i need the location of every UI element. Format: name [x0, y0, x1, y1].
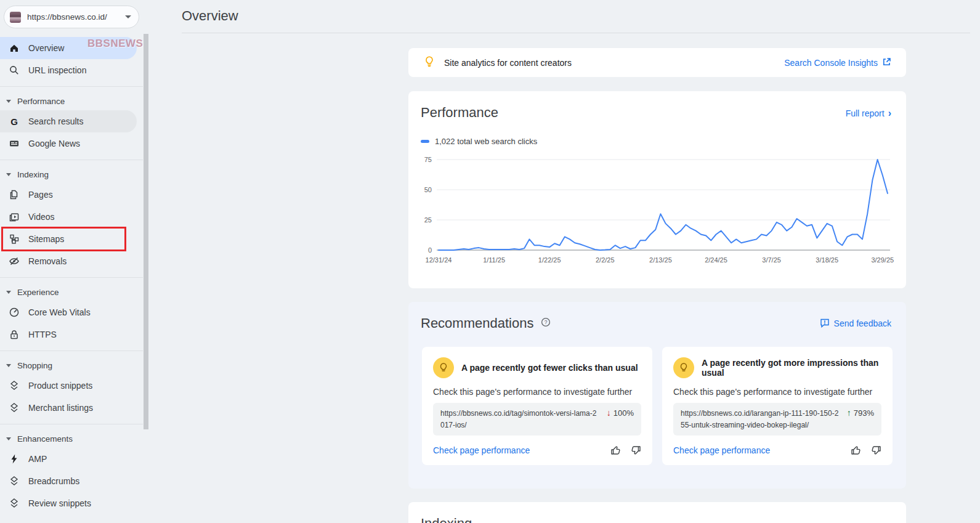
google-g-icon: G	[9, 116, 20, 127]
lock-icon	[9, 329, 20, 340]
recommendation-card-fewer-clicks: A page recently got fewer clicks than us…	[422, 347, 652, 465]
clicks-chart: 025507512/31/241/11/251/22/252/2/252/13/…	[421, 151, 894, 270]
performance-title: Performance	[421, 105, 894, 121]
rich-result-icon	[9, 498, 20, 509]
search-console-overview-page: https://bbsnews.co.id/ BBSNEWS Overview …	[0, 0, 980, 523]
send-feedback-link[interactable]: Send feedback	[820, 318, 891, 330]
help-icon[interactable]: ?	[541, 317, 551, 330]
sidebar-item-label: Review snippets	[28, 498, 91, 508]
sidebar-section-experience[interactable]: Experience	[0, 283, 143, 301]
page-url-chip[interactable]: https://bbsnews.co.id/larangan-ip-111-19…	[673, 403, 881, 436]
sidebar-section-indexing[interactable]: Indexing	[0, 165, 143, 184]
page-url-chip[interactable]: https://bbsnews.co.id/tag/simontok-versi…	[433, 403, 641, 436]
svg-text:3/29/25: 3/29/25	[871, 256, 894, 264]
sidebar-item-url-inspection[interactable]: URL inspection	[0, 59, 137, 81]
rich-result-icon	[9, 476, 20, 487]
news-icon	[9, 138, 20, 149]
svg-text:?: ?	[545, 319, 548, 325]
legend-swatch	[421, 140, 429, 143]
sidebar-item-label: Product snippets	[28, 381, 92, 391]
sidebar-section-performance[interactable]: Performance	[0, 92, 143, 110]
feedback-icon	[820, 318, 830, 330]
lightbulb-icon	[433, 357, 454, 378]
svg-text:75: 75	[424, 156, 432, 163]
divider	[0, 160, 143, 160]
rich-result-icon	[9, 380, 20, 391]
sidebar-item-label: Overview	[28, 43, 64, 53]
sidebar-item-google-news[interactable]: Google News	[0, 132, 137, 155]
home-icon	[9, 43, 20, 54]
thumbs-down-icon[interactable]	[630, 445, 641, 456]
divider	[0, 424, 143, 424]
property-url: https://bbsnews.co.id/	[27, 12, 121, 22]
divider	[0, 86, 143, 87]
performance-card: Performance Full report › 1,022 total we…	[408, 91, 906, 288]
chart-legend: 1,022 total web search clicks	[421, 137, 894, 146]
lightbulb-icon	[673, 357, 694, 378]
sidebar-nav: Overview URL inspection Performance G Se…	[0, 37, 143, 514]
sidebar-item-label: HTTPS	[28, 330, 57, 339]
search-console-insights-link[interactable]: Search Console Insights	[784, 57, 891, 68]
svg-text:0: 0	[428, 246, 432, 254]
page-url: https://bbsnews.co.id/larangan-ip-111-19…	[681, 408, 840, 431]
sidebar-item-videos[interactable]: Videos	[0, 206, 137, 228]
header-divider	[182, 33, 970, 33]
recommendation-card-more-impressions: A page recently got more impressions tha…	[662, 347, 893, 465]
rich-result-icon	[9, 402, 20, 413]
sidebar-item-label: AMP	[28, 454, 47, 464]
recommendations-card: Recommendations ? Send feedback A page r…	[408, 302, 906, 489]
sidebar-item-amp[interactable]: AMP	[0, 448, 137, 470]
svg-text:1/11/25: 1/11/25	[483, 256, 505, 264]
sidebar-item-removals[interactable]: Removals	[0, 250, 137, 272]
recommendation-subtitle: Check this page's performance to investi…	[673, 387, 881, 397]
svg-text:2/2/25: 2/2/25	[596, 256, 615, 264]
recommendation-subtitle: Check this page's performance to investi…	[433, 387, 641, 397]
videos-icon	[9, 211, 20, 222]
indexing-title: Indexing	[421, 516, 894, 523]
check-page-performance-link[interactable]: Check page performance	[673, 445, 770, 455]
indexing-card: Indexing	[408, 502, 906, 523]
thumbs-down-icon[interactable]	[870, 445, 881, 456]
svg-text:2/13/25: 2/13/25	[649, 256, 672, 264]
property-selector[interactable]: https://bbsnews.co.id/	[4, 6, 139, 28]
sidebar-item-sitemaps[interactable]: Sitemaps	[0, 228, 137, 250]
svg-text:50: 50	[424, 186, 432, 193]
site-favicon	[10, 12, 21, 23]
pages-icon	[9, 189, 20, 200]
change-percent: ↑ 793%	[847, 408, 874, 418]
eye-off-icon	[9, 256, 20, 267]
sidebar-item-label: Search results	[28, 116, 83, 126]
sidebar-item-https[interactable]: HTTPS	[0, 323, 137, 346]
performance-chart: 025507512/31/241/11/251/22/252/2/252/13/…	[421, 151, 894, 268]
page-url: https://bbsnews.co.id/tag/simontok-versi…	[440, 408, 599, 431]
sidebar-item-label: Sitemaps	[28, 234, 64, 244]
sidebar-item-label: Breadcrumbs	[28, 476, 79, 486]
sidebar-section-shopping[interactable]: Shopping	[0, 356, 143, 375]
chevron-down-icon	[6, 100, 11, 103]
legend-label: 1,022 total web search clicks	[435, 137, 537, 146]
arrow-up-icon: ↑	[847, 408, 851, 418]
sidebar-item-label: Google News	[28, 139, 80, 148]
speedometer-icon	[9, 307, 20, 318]
page-title: Overview	[182, 8, 238, 24]
sidebar-item-search-results[interactable]: G Search results	[0, 110, 137, 132]
check-page-performance-link[interactable]: Check page performance	[433, 445, 530, 455]
thumbs-up-icon[interactable]	[851, 445, 862, 456]
sidebar-item-pages[interactable]: Pages	[0, 184, 137, 206]
sidebar-item-merchant-listings[interactable]: Merchant listings	[0, 397, 137, 419]
sidebar-item-label: Pages	[28, 190, 53, 200]
thumbs-up-icon[interactable]	[610, 445, 622, 456]
sidebar-section-enhancements[interactable]: Enhancements	[0, 429, 143, 448]
sidebar-item-product-snippets[interactable]: Product snippets	[0, 375, 137, 397]
sidebar-item-label: URL inspection	[28, 65, 86, 75]
full-report-link[interactable]: Full report ›	[846, 108, 891, 118]
sidebar-item-review-snippets[interactable]: Review snippets	[0, 492, 137, 514]
chevron-right-icon: ›	[888, 108, 891, 118]
sidebar-item-core-web-vitals[interactable]: Core Web Vitals	[0, 301, 137, 323]
sidebar-item-overview[interactable]: Overview	[0, 37, 137, 59]
insights-banner: Site analytics for content creators Sear…	[408, 48, 906, 77]
sidebar-scrollbar[interactable]	[144, 34, 148, 429]
sidebar-item-label: Core Web Vitals	[28, 307, 91, 317]
sidebar-item-breadcrumbs[interactable]: Breadcrumbs	[0, 470, 137, 492]
divider	[0, 277, 143, 278]
